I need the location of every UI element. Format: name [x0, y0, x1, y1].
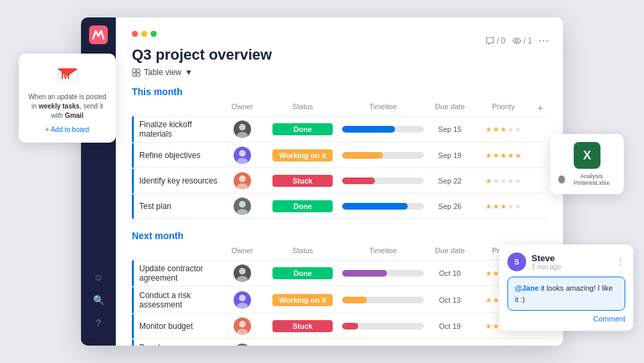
status-badge: Done: [272, 200, 333, 212]
excel-icon: X: [574, 142, 600, 169]
svg-point-11: [239, 150, 246, 157]
chat-mention: @Jane: [515, 284, 539, 292]
task-name: Refine objectives: [139, 151, 219, 160]
priority-stars: ★★★★★: [473, 151, 534, 160]
timeline-cell: [339, 177, 426, 184]
table-row[interactable]: Update contractor agreement Done Oct 10 …: [132, 261, 547, 287]
excel-filename: Analysis Pinterest.xlsx: [558, 173, 616, 186]
table-view-button[interactable]: Table view ▼: [132, 68, 547, 77]
chat-avatar: S: [507, 252, 526, 271]
table-row[interactable]: Test plan Done Sep 26 ★★★★★: [132, 194, 547, 219]
status-badge: Working on it: [272, 149, 333, 161]
chat-card: S Steve 2 min ago ⋮ @Jane it looks amazi…: [499, 244, 633, 331]
table-row[interactable]: Identify key resources Stuck Sep 22 ★★★★…: [132, 169, 547, 194]
svg-point-21: [239, 321, 246, 328]
add-column-btn[interactable]: +: [534, 102, 547, 113]
table-row[interactable]: Finalize kickoff materials Done Sep 15 ★…: [132, 117, 547, 143]
sidebar-help-icon[interactable]: ?: [96, 317, 101, 328]
task-name: Test plan: [139, 202, 219, 211]
task-name: Develop communication plan: [139, 343, 219, 346]
chat-bubble: @Jane it looks amazing! I like it :): [507, 277, 625, 311]
priority-stars: ★★★★★: [473, 202, 534, 211]
table-row[interactable]: Refine objectives Working on it Sep 19 ★…: [132, 143, 547, 168]
sidebar-people-icon[interactable]: ☺: [94, 272, 103, 283]
gmail-icon: M: [56, 63, 80, 87]
excel-card: X Analysis Pinterest.xlsx: [550, 134, 624, 194]
timeline-cell: [339, 126, 426, 133]
status-badge: Stuck: [272, 175, 333, 187]
svg-point-20: [237, 303, 248, 309]
chat-more-btn[interactable]: ⋮: [616, 257, 625, 267]
section-title-next-month: Next month: [132, 230, 547, 241]
task-name: Identify key resources: [139, 176, 219, 186]
svg-point-9: [239, 124, 246, 131]
owner-avatar: [234, 265, 251, 282]
svg-point-17: [239, 268, 246, 275]
svg-rect-5: [133, 69, 136, 72]
comments-action[interactable]: / 0: [485, 36, 505, 46]
task-name: Conduct a risk assessment: [139, 291, 219, 309]
svg-point-10: [237, 132, 248, 138]
task-name: Finalize kickoff materials: [139, 120, 219, 139]
chat-header: S Steve 2 min ago ⋮: [507, 252, 625, 271]
timeline-cell: [339, 297, 426, 303]
svg-point-19: [239, 295, 246, 301]
status-badge: Done: [272, 267, 333, 279]
svg-point-13: [239, 175, 246, 182]
svg-point-14: [237, 184, 248, 190]
main-window: ☺ 🔍 ? / 0 / 1 ··· Q3 project overview: [81, 17, 563, 346]
svg-point-18: [237, 276, 248, 282]
svg-point-4: [515, 40, 518, 42]
views-action[interactable]: / 1: [512, 36, 532, 46]
close-dot[interactable]: [132, 31, 138, 37]
svg-rect-8: [137, 73, 140, 76]
svg-text:M: M: [61, 70, 70, 81]
table-row[interactable]: Develop communication plan Done Oct 22 ★…: [132, 340, 547, 346]
this-month-table: Finalize kickoff materials Done Sep 15 ★…: [132, 117, 547, 219]
status-badge: Stuck: [272, 320, 333, 332]
table-header-2: Owner Status Timeline Due date Priority …: [132, 246, 547, 261]
owner-avatar: [234, 198, 251, 215]
gmail-add-btn[interactable]: + Add to board: [27, 126, 108, 133]
comment-button[interactable]: Comment: [507, 315, 625, 323]
minimize-dot[interactable]: [141, 31, 147, 37]
maximize-dot[interactable]: [151, 31, 157, 37]
svg-point-12: [237, 158, 248, 164]
due-date: Sep 22: [426, 177, 473, 185]
chat-name: Steve: [532, 253, 561, 263]
next-month-table: Update contractor agreement Done Oct 10 …: [132, 261, 547, 346]
timeline-cell: [339, 203, 426, 210]
excel-user-avatar: [558, 175, 565, 184]
status-badge: Working on it: [272, 294, 333, 306]
svg-point-16: [237, 209, 248, 215]
status-badge: Done: [272, 123, 333, 135]
due-date: Sep 26: [426, 202, 473, 210]
table-row[interactable]: Monitor budget Stuck Oct 19 ★★★★★: [132, 314, 547, 339]
sidebar-search-icon[interactable]: 🔍: [93, 295, 104, 305]
svg-rect-7: [133, 73, 136, 76]
svg-rect-6: [137, 69, 140, 72]
owner-avatar: [234, 344, 251, 346]
due-date: Oct 19: [426, 322, 473, 330]
task-name: Monitor budget: [139, 321, 219, 331]
gmail-card: M When an update is posted in weekly tas…: [19, 54, 116, 143]
owner-avatar: [234, 291, 251, 309]
owner-avatar: [234, 121, 251, 138]
task-name: Update contractor agreement: [139, 264, 219, 283]
timeline-cell: [339, 323, 426, 330]
content-area: / 0 / 1 ··· Q3 project overview Table vi…: [116, 17, 563, 346]
owner-avatar: [234, 172, 251, 190]
app-logo: [89, 25, 108, 44]
svg-point-15: [239, 201, 246, 208]
timeline-cell: [339, 270, 426, 277]
owner-avatar: [234, 317, 251, 335]
table-header-1: Owner Status Timeline Due date Priority …: [132, 102, 547, 117]
table-row[interactable]: Conduct a risk assessment Working on it …: [132, 287, 547, 313]
more-options[interactable]: ···: [539, 36, 550, 46]
due-date: Oct 13: [426, 296, 473, 304]
owner-avatar: [234, 147, 251, 164]
svg-point-22: [237, 329, 248, 335]
due-date: Sep 15: [426, 125, 473, 133]
priority-stars: ★★★★★: [473, 125, 534, 134]
due-date: Sep 19: [426, 151, 473, 159]
